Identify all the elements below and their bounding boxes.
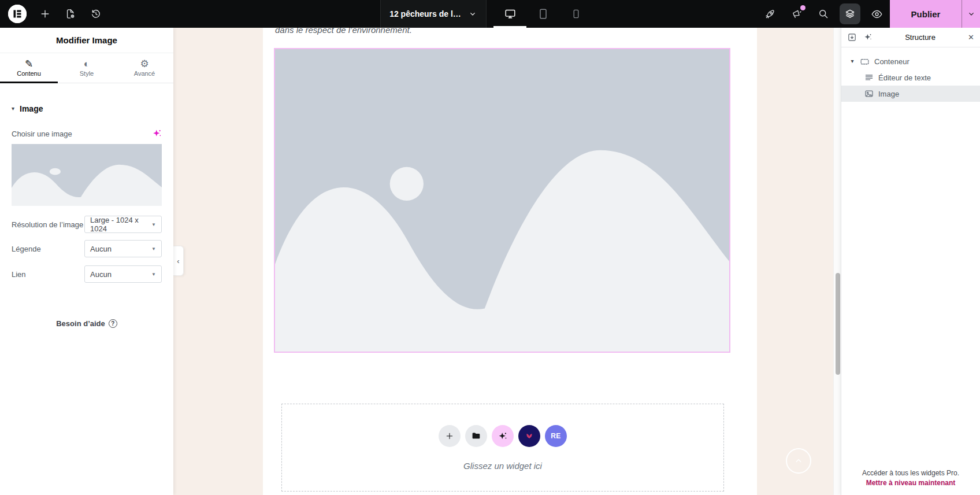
- preview-button[interactable]: [863, 0, 890, 28]
- publish-button[interactable]: Publier: [890, 0, 962, 28]
- contrast-icon: ◐: [84, 59, 90, 69]
- ai-builder-button[interactable]: [492, 425, 514, 447]
- device-mobile-button[interactable]: [559, 0, 592, 28]
- document-switcher[interactable]: 12 pêcheurs de l…: [380, 0, 487, 28]
- tab-label: Contenu: [17, 70, 41, 77]
- panel-collapse-handle[interactable]: ‹: [173, 246, 184, 276]
- elementor-logo-icon: [8, 5, 27, 23]
- resolution-value: Large - 1024 x 1024: [90, 216, 151, 233]
- tab-contenu[interactable]: ✎ Contenu: [0, 53, 58, 83]
- device-tablet-button[interactable]: [526, 0, 559, 28]
- add-element-button[interactable]: [32, 0, 58, 28]
- gear-icon: ⚙: [140, 59, 149, 69]
- image-icon: [864, 89, 874, 98]
- folder-icon: [471, 431, 481, 441]
- page-settings-icon: [65, 8, 76, 20]
- tab-avance[interactable]: ⚙ Avancé: [116, 53, 173, 83]
- resolution-label: Résolution de l’image: [12, 220, 83, 229]
- re-logo-icon: RE: [551, 432, 561, 440]
- collapse-all-icon: [847, 32, 857, 42]
- section-image-header[interactable]: ▾ Image: [12, 104, 162, 113]
- chevron-down-icon: [967, 9, 976, 19]
- upgrade-now-link[interactable]: Mettre à niveau maintenant: [841, 478, 980, 488]
- layers-icon: [844, 8, 856, 20]
- structure-toggle-button[interactable]: [840, 3, 860, 24]
- select-caret-icon: ▼: [151, 246, 156, 252]
- ai-sparkles-icon: [864, 33, 873, 42]
- launchpad-button[interactable]: [757, 0, 784, 28]
- pencil-icon: ✎: [25, 59, 33, 69]
- notification-badge: [800, 5, 805, 10]
- desktop-icon: [504, 8, 517, 20]
- publish-options-button[interactable]: [962, 0, 980, 28]
- structure-tree: ▾ Conteneur Éditeur de texte: [841, 47, 980, 102]
- topbar-left-tools: [0, 0, 109, 28]
- structure-toggle-wrap: [837, 0, 863, 28]
- need-help-label: Besoin d’aide: [56, 319, 105, 328]
- finder-search-button[interactable]: [810, 0, 837, 28]
- re-plugin-button[interactable]: RE: [545, 425, 567, 447]
- drop-zone-buttons: RE: [282, 425, 723, 447]
- whats-new-button[interactable]: [784, 0, 810, 28]
- responsive-device-switcher: [493, 0, 592, 28]
- tab-label: Avancé: [134, 70, 155, 77]
- caret-down-icon[interactable]: ▾: [849, 58, 855, 64]
- link-label: Lien: [12, 270, 26, 279]
- publish-label: Publier: [911, 9, 941, 19]
- widget-settings-panel: Modifier Image ✎ Contenu ◐ Style ⚙ Avanc…: [0, 28, 173, 495]
- resolution-select[interactable]: Large - 1024 x 1024 ▼: [84, 216, 162, 233]
- panel-title: Modifier Image: [56, 35, 117, 45]
- tree-item-conteneur[interactable]: ▾ Conteneur: [841, 53, 980, 69]
- plus-icon: [39, 8, 51, 20]
- add-widget-button[interactable]: [439, 425, 461, 447]
- structure-ai-button[interactable]: [864, 33, 873, 42]
- pro-upsell: Accéder à tous les widgets Pro. Mettre à…: [841, 468, 980, 488]
- caption-field-row: Légende Aucun ▼: [12, 240, 162, 257]
- chevron-up-icon: [793, 456, 804, 466]
- tree-item-image-selected[interactable]: Image: [841, 86, 980, 102]
- page-settings-button[interactable]: [58, 0, 83, 28]
- caption-select[interactable]: Aucun ▼: [84, 240, 162, 257]
- scroll-to-top-button[interactable]: [786, 448, 811, 474]
- chevron-down-icon: [468, 9, 477, 19]
- history-button[interactable]: [83, 0, 109, 28]
- structure-title: Structure: [879, 33, 961, 42]
- tree-item-label: Conteneur: [874, 57, 910, 66]
- w-logo-icon: [524, 431, 534, 441]
- link-value: Aucun: [90, 270, 112, 279]
- text-lines-glyph: [864, 73, 874, 82]
- editor-canvas-page: dans le respect de l’environnement.: [263, 28, 757, 495]
- structure-panel: Structure ✕ ▾ Conteneur Éditeur: [841, 28, 980, 495]
- elementor-logo[interactable]: [8, 5, 27, 23]
- drop-hint-text: Glissez un widget ici: [282, 461, 723, 471]
- collapse-all-button[interactable]: [847, 32, 857, 42]
- select-caret-icon: ▼: [151, 272, 156, 277]
- w-plugin-button[interactable]: [518, 425, 540, 447]
- template-library-button[interactable]: [465, 425, 487, 447]
- rocket-icon: [764, 8, 776, 20]
- caption-value: Aucun: [90, 245, 112, 253]
- image-widget-selected[interactable]: [274, 48, 730, 353]
- device-desktop-button[interactable]: [493, 0, 526, 28]
- close-structure-button[interactable]: ✕: [968, 33, 974, 42]
- plus-icon: [445, 431, 454, 441]
- container-icon: [860, 57, 870, 67]
- elementor-editor: 12 pêcheurs de l…: [0, 0, 980, 495]
- image-preview-thumbnail[interactable]: [12, 144, 162, 206]
- choose-image-row: Choisir une image: [12, 129, 162, 138]
- scrollbar-thumb[interactable]: [836, 273, 840, 375]
- eye-icon: [871, 8, 883, 20]
- widget-drop-zone: RE Glissez un widget ici: [281, 404, 724, 492]
- text-editor-icon: [864, 73, 874, 82]
- text-editor-widget[interactable]: dans le respect de l’environnement.: [275, 28, 757, 35]
- caret-down-icon: ▾: [12, 106, 14, 112]
- help-question-icon: ?: [109, 319, 117, 328]
- tree-item-editeur-de-texte[interactable]: Éditeur de texte: [841, 69, 980, 86]
- topbar-center: 12 pêcheurs de l…: [380, 0, 592, 28]
- need-help-link[interactable]: Besoin d’aide ?: [0, 319, 173, 328]
- tab-style[interactable]: ◐ Style: [58, 53, 116, 83]
- link-select[interactable]: Aucun ▼: [84, 265, 162, 283]
- ai-sparkles-icon[interactable]: [153, 129, 162, 138]
- resolution-field-row: Résolution de l’image Large - 1024 x 102…: [12, 216, 162, 233]
- chevron-left-icon: ‹: [177, 257, 179, 265]
